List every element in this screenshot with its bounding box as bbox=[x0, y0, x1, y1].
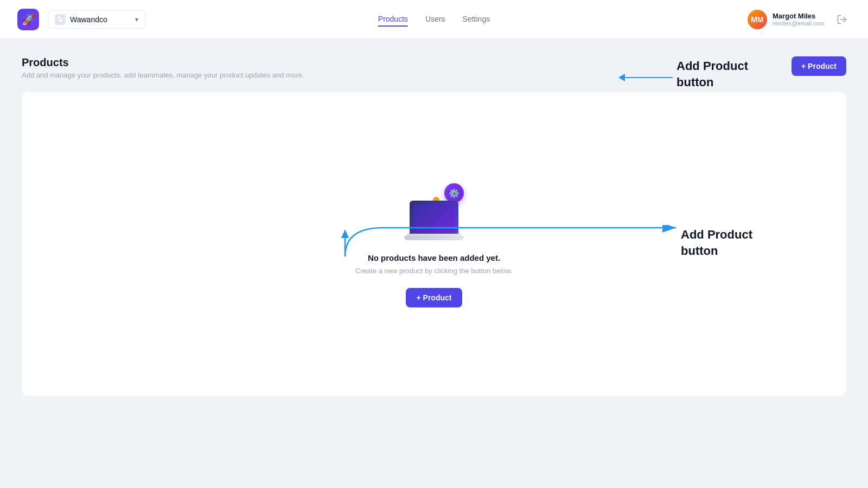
navbar: 🚀 📄 Wawandco ▾ Products Users Settings M… bbox=[0, 0, 868, 39]
add-product-button-center[interactable]: + Product bbox=[406, 288, 463, 307]
laptop-screen bbox=[410, 201, 458, 236]
page-subtitle: Add and manage your products, add teamma… bbox=[22, 71, 304, 79]
add-product-button-header[interactable]: + Product bbox=[792, 56, 846, 76]
empty-state-title: No products have been added yet. bbox=[368, 253, 500, 262]
nav-settings[interactable]: Settings bbox=[463, 12, 490, 27]
nav-products[interactable]: Products bbox=[378, 12, 408, 27]
user-name: Margot Miles bbox=[773, 12, 825, 20]
navbar-left: 🚀 📄 Wawandco ▾ bbox=[17, 9, 145, 30]
laptop-base bbox=[404, 236, 464, 240]
workspace-icon: 📄 bbox=[55, 14, 66, 25]
empty-state-subtitle: Create a new product by clicking the but… bbox=[355, 267, 513, 275]
empty-illustration: ⚙️ bbox=[399, 181, 469, 240]
workspace-name: Wawandco bbox=[70, 15, 131, 24]
app-logo: 🚀 bbox=[17, 9, 39, 30]
logout-button[interactable] bbox=[833, 11, 851, 28]
page-heading: Products Add and manage your products, a… bbox=[22, 56, 304, 79]
page-title: Products bbox=[22, 56, 304, 69]
laptop-screen-inner bbox=[413, 203, 455, 233]
navbar-center: Products Users Settings bbox=[378, 12, 490, 27]
navbar-right: MM Margot Miles mmiles@email.com bbox=[748, 10, 851, 29]
user-email: mmiles@email.com bbox=[773, 20, 825, 27]
workspace-selector[interactable]: 📄 Wawandco ▾ bbox=[48, 10, 145, 29]
page-header: Products Add and manage your products, a… bbox=[22, 56, 846, 79]
empty-state-card: ⚙️ No products have been added yet. Crea… bbox=[22, 92, 846, 396]
user-text: Margot Miles mmiles@email.com bbox=[773, 12, 825, 27]
user-info: MM Margot Miles mmiles@email.com bbox=[748, 10, 825, 29]
avatar: MM bbox=[748, 10, 767, 29]
nav-users[interactable]: Users bbox=[425, 12, 445, 27]
floating-icon: ⚙️ bbox=[444, 183, 464, 203]
main-content: Products Add and manage your products, a… bbox=[0, 39, 868, 488]
chevron-down-icon: ▾ bbox=[135, 16, 138, 23]
